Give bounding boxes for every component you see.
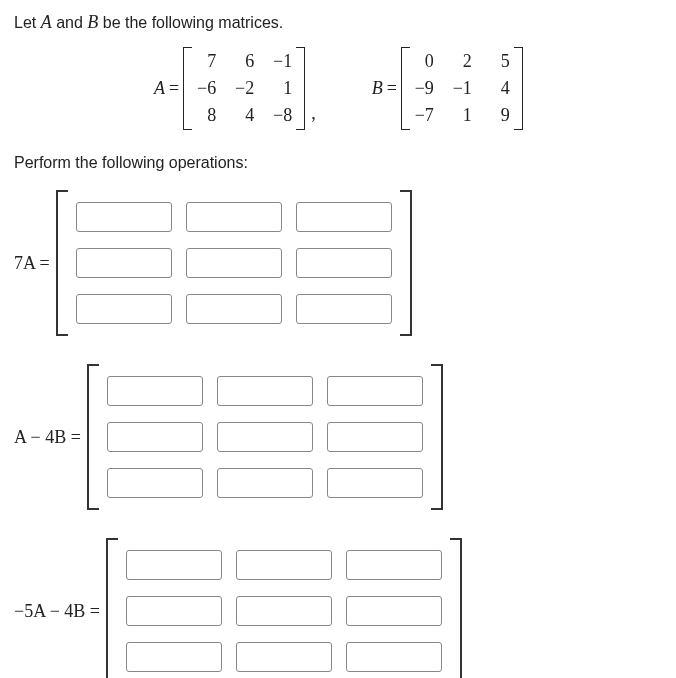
answer-input[interactable] bbox=[236, 642, 332, 672]
cell: −1 bbox=[452, 78, 472, 99]
answer-input[interactable] bbox=[186, 248, 282, 278]
bracket-right-icon bbox=[450, 538, 462, 678]
operation-neg5a-4b: −5A − 4B = bbox=[14, 538, 662, 678]
answer-input[interactable] bbox=[107, 376, 203, 406]
cell: 5 bbox=[490, 51, 510, 72]
matrix-a: 7 6 −1 −6 −2 1 8 4 −8 bbox=[183, 47, 305, 130]
answer-input[interactable] bbox=[296, 248, 392, 278]
perform-text: Perform the following operations: bbox=[14, 154, 662, 172]
matrix-b-def: B = 0 2 5 −9 −1 4 −7 1 9 bbox=[372, 47, 523, 130]
answer-matrix-a-4b bbox=[87, 364, 443, 510]
answer-input[interactable] bbox=[126, 550, 222, 580]
answer-matrix-neg5a-4b bbox=[106, 538, 462, 678]
cell: −7 bbox=[414, 105, 434, 126]
cell: −8 bbox=[272, 105, 292, 126]
answer-input[interactable] bbox=[76, 202, 172, 232]
bracket-right-icon bbox=[400, 190, 412, 336]
answer-input[interactable] bbox=[186, 294, 282, 324]
cell: −9 bbox=[414, 78, 434, 99]
answer-input[interactable] bbox=[107, 422, 203, 452]
cell: −1 bbox=[272, 51, 292, 72]
answer-input[interactable] bbox=[296, 202, 392, 232]
var-a: A bbox=[41, 12, 52, 32]
op-label-7a: 7A = bbox=[14, 253, 50, 274]
bracket-left-icon bbox=[87, 364, 99, 510]
cell: 4 bbox=[234, 105, 254, 126]
comma: , bbox=[311, 103, 316, 130]
intro-prefix: Let bbox=[14, 14, 41, 31]
answer-input[interactable] bbox=[327, 468, 423, 498]
bracket-left-icon bbox=[401, 47, 410, 130]
cell: −2 bbox=[234, 78, 254, 99]
answer-input[interactable] bbox=[217, 376, 313, 406]
matrix-a-def: A = 7 6 −1 −6 −2 1 8 4 −8 , bbox=[154, 47, 316, 130]
matrix-b: 0 2 5 −9 −1 4 −7 1 9 bbox=[401, 47, 523, 130]
equals-sign: = bbox=[387, 78, 397, 99]
operation-a-4b: A − 4B = bbox=[14, 364, 662, 510]
operation-7a: 7A = bbox=[14, 190, 662, 336]
matrix-b-label: B bbox=[372, 78, 383, 99]
bracket-left-icon bbox=[106, 538, 118, 678]
answer-input[interactable] bbox=[186, 202, 282, 232]
cell: 2 bbox=[452, 51, 472, 72]
cell: 4 bbox=[490, 78, 510, 99]
answer-input[interactable] bbox=[346, 596, 442, 626]
bracket-left-icon bbox=[56, 190, 68, 336]
bracket-right-icon bbox=[514, 47, 523, 130]
cell: −6 bbox=[196, 78, 216, 99]
intro-text: Let A and B be the following matrices. bbox=[14, 12, 662, 33]
answer-input[interactable] bbox=[236, 550, 332, 580]
answer-input[interactable] bbox=[217, 468, 313, 498]
cell: 0 bbox=[414, 51, 434, 72]
cell: 7 bbox=[196, 51, 216, 72]
cell: 8 bbox=[196, 105, 216, 126]
answer-matrix-7a bbox=[56, 190, 412, 336]
answer-input[interactable] bbox=[217, 422, 313, 452]
var-b: B bbox=[87, 12, 98, 32]
answer-input[interactable] bbox=[126, 596, 222, 626]
cell: 9 bbox=[490, 105, 510, 126]
answer-input[interactable] bbox=[296, 294, 392, 324]
intro-suffix: be the following matrices. bbox=[98, 14, 283, 31]
answer-input[interactable] bbox=[126, 642, 222, 672]
cell: 1 bbox=[452, 105, 472, 126]
answer-input[interactable] bbox=[327, 376, 423, 406]
cell: 1 bbox=[272, 78, 292, 99]
answer-input[interactable] bbox=[76, 248, 172, 278]
op-label-neg5a-4b: −5A − 4B = bbox=[14, 601, 100, 622]
answer-input[interactable] bbox=[107, 468, 203, 498]
answer-input[interactable] bbox=[346, 550, 442, 580]
answer-input[interactable] bbox=[76, 294, 172, 324]
matrix-definitions: A = 7 6 −1 −6 −2 1 8 4 −8 , B = 0 bbox=[154, 47, 662, 130]
cell: 6 bbox=[234, 51, 254, 72]
op-label-a-4b: A − 4B = bbox=[14, 427, 81, 448]
bracket-right-icon bbox=[431, 364, 443, 510]
answer-input[interactable] bbox=[327, 422, 423, 452]
bracket-right-icon bbox=[296, 47, 305, 130]
intro-mid: and bbox=[52, 14, 88, 31]
answer-input[interactable] bbox=[236, 596, 332, 626]
matrix-a-label: A bbox=[154, 78, 165, 99]
equals-sign: = bbox=[169, 78, 179, 99]
answer-input[interactable] bbox=[346, 642, 442, 672]
bracket-left-icon bbox=[183, 47, 192, 130]
